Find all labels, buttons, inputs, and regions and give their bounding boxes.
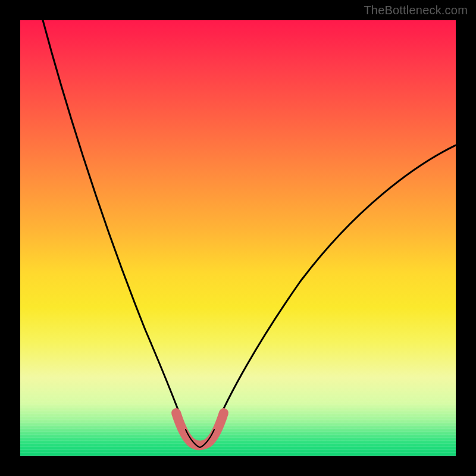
curve-layer (20, 20, 456, 456)
chart-frame: TheBottleneck.com (0, 0, 476, 476)
plot-area (20, 20, 456, 456)
curve-right-branch (214, 145, 456, 430)
watermark-text: TheBottleneck.com (364, 4, 468, 17)
curve-valley-highlight (176, 413, 224, 446)
curve-left-branch (43, 20, 186, 430)
